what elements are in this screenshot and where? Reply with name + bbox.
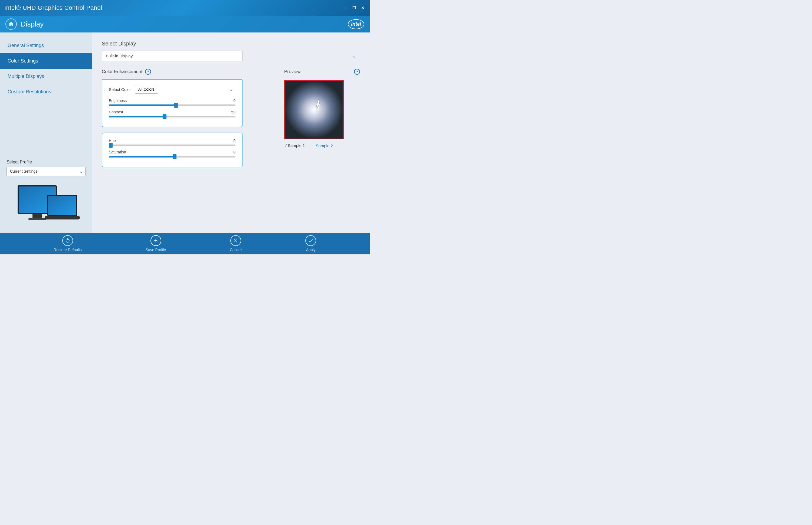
saturation-thumb[interactable]: [173, 154, 177, 159]
brightness-value: 0: [227, 99, 236, 103]
save-profile-icon: +: [150, 235, 161, 246]
brightness-label-row: Brightness 0: [109, 99, 236, 103]
sample-1[interactable]: ✓Sample 1: [284, 143, 305, 148]
hue-track: [109, 145, 236, 146]
apply-icon-svg: [308, 238, 313, 243]
monitor-image: [6, 184, 86, 222]
minimize-button[interactable]: —: [343, 5, 348, 11]
content-area: Select Display Built-in Display Color En…: [92, 32, 370, 233]
restore-defaults-icon: [62, 235, 73, 246]
color-enhancement-box: Select Color All Colors Red Green Blue: [102, 79, 242, 127]
footer: Restore Defaults + Save Profile Cancel A…: [0, 233, 370, 254]
app-title: Intel® UHD Graphics Control Panel: [4, 4, 102, 11]
cancel-label: Cancel: [230, 247, 242, 252]
saturation-label: Saturation: [109, 150, 126, 154]
restore-button[interactable]: ❐: [351, 5, 357, 11]
svg-rect-6: [45, 216, 80, 220]
preview-samples: ✓Sample 1 Sample 2: [284, 143, 360, 148]
profile-select-wrapper: Current Settings: [6, 167, 86, 176]
contrast-value: 50: [227, 110, 236, 114]
apply-icon: [305, 235, 316, 246]
restore-defaults-button[interactable]: Restore Defaults: [54, 235, 82, 252]
content-with-preview: Color Enhancement ? Select Color All Col…: [102, 69, 360, 167]
cancel-icon: [230, 235, 241, 246]
sidebar-bottom: Select Profile Current Settings: [0, 154, 92, 227]
sidebar-item-color-settings[interactable]: Color Settings: [0, 53, 92, 69]
color-enhancement-header: Color Enhancement ?: [102, 69, 273, 75]
brightness-fill: [109, 104, 176, 106]
contrast-label-row: Contrast 50: [109, 110, 236, 114]
home-icon: [8, 21, 14, 27]
sample-2[interactable]: Sample 2: [316, 144, 333, 148]
preview-panel: Preview ?: [284, 69, 360, 167]
brightness-thumb[interactable]: [174, 103, 178, 108]
color-select-row: Select Color All Colors Red Green Blue: [109, 85, 236, 94]
monitor-illustration: [12, 184, 80, 222]
saturation-slider-row: Saturation 0: [109, 150, 236, 158]
brightness-slider-row: Brightness 0: [109, 99, 236, 106]
contrast-label: Contrast: [109, 110, 123, 114]
saturation-fill: [109, 156, 175, 158]
color-enhancement-label: Color Enhancement: [102, 69, 142, 74]
main-layout: General Settings Color Settings Multiple…: [0, 32, 370, 233]
preview-label-row: Preview ?: [284, 69, 360, 77]
display-select-wrapper: Built-in Display: [102, 50, 360, 61]
restore-icon-svg: [65, 238, 70, 243]
contrast-track: [109, 116, 236, 118]
saturation-track: [109, 156, 236, 158]
color-select-wrapper: All Colors Red Green Blue: [135, 85, 236, 94]
contrast-thumb[interactable]: [163, 114, 166, 119]
svg-rect-2: [32, 214, 42, 219]
svg-rect-7: [285, 81, 343, 138]
sidebar-nav: General Settings Color Settings Multiple…: [0, 38, 92, 100]
content-left: Color Enhancement ? Select Color All Col…: [102, 69, 273, 167]
cancel-button[interactable]: Cancel: [230, 235, 242, 252]
sidebar: General Settings Color Settings Multiple…: [0, 32, 92, 233]
cancel-icon-svg: [233, 238, 239, 243]
preview-image: [284, 80, 344, 139]
svg-rect-3: [28, 218, 46, 220]
sidebar-item-multiple-displays[interactable]: Multiple Displays: [0, 69, 92, 84]
hue-value: 0: [227, 138, 236, 143]
saturation-value: 0: [227, 150, 236, 154]
sidebar-item-general-settings[interactable]: General Settings: [0, 38, 92, 53]
svg-rect-5: [48, 196, 76, 215]
brightness-label: Brightness: [109, 99, 127, 103]
restore-defaults-label: Restore Defaults: [54, 247, 82, 252]
select-display-title: Select Display: [102, 41, 360, 47]
color-select-label: Select Color: [109, 87, 131, 92]
save-profile-label: Save Profile: [146, 247, 166, 252]
apply-button[interactable]: Apply: [305, 235, 316, 252]
select-profile-label: Select Profile: [6, 160, 86, 165]
hue-saturation-box: Hue 0 Saturation 0: [102, 133, 242, 167]
window-controls: — ❐ ✕: [343, 5, 365, 11]
saturation-label-row: Saturation 0: [109, 150, 236, 154]
save-profile-button[interactable]: + Save Profile: [146, 235, 166, 252]
color-enhancement-help-icon[interactable]: ?: [145, 69, 151, 75]
close-button[interactable]: ✕: [360, 5, 365, 11]
title-bar: Intel® UHD Graphics Control Panel — ❐ ✕: [0, 0, 370, 16]
brightness-track: [109, 104, 236, 106]
sidebar-item-custom-resolutions[interactable]: Custom Resolutions: [0, 84, 92, 100]
hue-thumb[interactable]: [109, 143, 112, 148]
home-button[interactable]: [5, 18, 17, 30]
hue-label-row: Hue 0: [109, 138, 236, 143]
section-title: Display: [20, 20, 44, 28]
intel-logo: intel: [348, 19, 364, 29]
preview-svg: [285, 81, 343, 138]
contrast-fill: [109, 116, 165, 118]
display-select[interactable]: Built-in Display: [102, 50, 242, 61]
color-select[interactable]: All Colors Red Green Blue: [135, 85, 158, 94]
sub-header: Display intel: [0, 16, 370, 32]
hue-slider-row: Hue 0: [109, 138, 236, 146]
sub-header-left: Display: [5, 18, 44, 30]
contrast-slider-row: Contrast 50: [109, 110, 236, 118]
preview-help-icon[interactable]: ?: [354, 69, 360, 75]
profile-select[interactable]: Current Settings: [6, 167, 86, 176]
hue-label: Hue: [109, 138, 116, 143]
preview-label: Preview: [284, 69, 300, 74]
apply-label: Apply: [306, 247, 316, 252]
